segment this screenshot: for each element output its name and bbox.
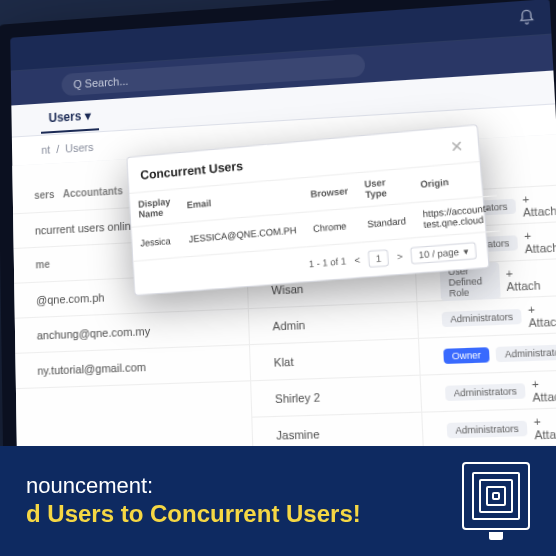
role-cell[interactable]: AdministratorsAttach [420,371,556,413]
announcement-banner: nouncement: d Users to Concurrent Users! [0,446,556,556]
owner-pill[interactable]: Owner [443,347,490,364]
banner-line1: nouncement: [26,473,361,499]
col-browser: Browser [301,173,358,212]
role-pill[interactable]: Administrators [445,383,526,401]
table-row[interactable]: ny.tutorial@gmail.com [15,345,250,389]
laptop-frame: Q Search... Users ▾ nt / Users sers Acco… [0,0,556,484]
role-pill[interactable]: Administrators [441,308,522,326]
page-prev[interactable]: < [354,255,360,266]
cell-type: Standard [358,203,416,243]
attach-button[interactable]: Attach [524,227,556,255]
banner-line2: d Users to Concurrent Users! [26,500,361,529]
app-body: Q Search... Users ▾ nt / Users sers Acco… [11,35,556,469]
attach-button[interactable]: Attach [522,191,556,219]
close-icon[interactable] [448,137,466,155]
page-size-select[interactable]: 10 / page ▾ [411,242,477,264]
attach-button[interactable]: Attach [533,413,556,441]
cell-origin: https://account-test.qne.cloud [413,196,499,238]
screen: Q Search... Users ▾ nt / Users sers Acco… [10,0,556,469]
role-pill[interactable]: Administrators [446,420,527,438]
role-cell[interactable]: AdministratorsAttach [417,296,556,339]
breadcrumb-sep: / [56,143,59,155]
brand-logo [462,462,530,540]
modal-title: Concurrent Users [140,159,243,183]
col-display-name: Display Name [129,189,179,227]
role-pill[interactable]: Administrators [496,343,556,361]
attach-button[interactable]: Attach [528,301,556,329]
tab-users[interactable]: Users ▾ [41,101,99,133]
page-summary: 1 - 1 of 1 [309,256,347,270]
bell-icon[interactable] [518,8,536,26]
table-row[interactable]: Admin [249,302,417,345]
chevron-down-icon: ▾ [84,108,90,123]
chevron-down-icon: ▾ [463,246,469,257]
table-row[interactable]: Shirley 2 [251,376,420,418]
page-next[interactable]: > [397,251,403,262]
table-row[interactable]: Klat [250,339,419,381]
page-number[interactable]: 1 [368,249,389,268]
role-cell[interactable]: OwnerAdministrators [419,333,556,375]
cell-browser: Chrome [303,208,360,247]
cell-name: Jessica [131,223,181,261]
role-cell[interactable]: AdministratorsAttach [422,408,556,450]
col-user-type: User Type [355,168,413,207]
breadcrumb-current: Users [65,141,94,155]
attach-button[interactable]: Attach [505,265,541,292]
breadcrumb-root[interactable]: nt [41,143,50,156]
attach-button[interactable]: Attach [531,376,556,404]
